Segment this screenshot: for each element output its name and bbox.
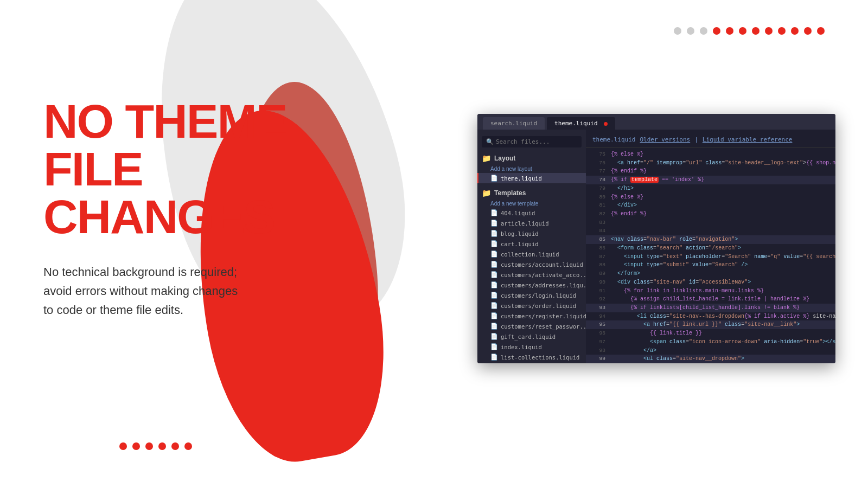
code-line-89: 89 </form> xyxy=(586,269,835,278)
code-line-85: 85 <nav class="nav-bar" role="navigation… xyxy=(586,235,835,244)
code-area: theme.liquid Older versions | Liquid var… xyxy=(586,130,835,363)
bdot-5 xyxy=(171,442,179,450)
dot-3 xyxy=(700,27,707,35)
code-line-82: 82 {% endif %} xyxy=(586,210,835,219)
dot-11 xyxy=(804,27,812,35)
code-line-84: 84 xyxy=(586,227,835,235)
sidebar-section-layout: 📁 Layout Add a new layout 📄 theme.liquid xyxy=(477,152,586,183)
add-template-link[interactable]: Add a new template xyxy=(477,200,586,208)
folder-icon: 📁 xyxy=(482,154,491,163)
code-line-75: 75 {% else %} xyxy=(586,150,835,159)
dot-2 xyxy=(687,27,694,35)
dots-top-right xyxy=(674,27,825,35)
sidebar-file-customers-order[interactable]: 📄customers/order.liquid xyxy=(477,300,586,311)
search-icon: 🔍 xyxy=(486,138,494,145)
sidebar-file-page-contact[interactable]: 📄page.contact.liquid xyxy=(477,362,586,363)
sidebar-file-collection[interactable]: 📄collection.liquid xyxy=(477,249,586,259)
tabs-bar: search.liquid theme.liquid xyxy=(477,114,835,130)
bdot-1 xyxy=(119,442,127,450)
tab-modified-dot xyxy=(604,122,608,126)
search-input[interactable] xyxy=(496,138,577,145)
dot-4 xyxy=(713,27,720,35)
code-line-96: 96 {{ link.title }} xyxy=(586,329,835,338)
folder-icon-2: 📁 xyxy=(482,189,491,197)
layout-section-header[interactable]: 📁 Layout xyxy=(477,152,586,165)
sidebar-file-index[interactable]: 📄index.liquid xyxy=(477,342,586,352)
bdot-4 xyxy=(158,442,166,450)
code-line-86: 86 <form class="search" action="/search"… xyxy=(586,244,835,253)
code-line-77: 77 {% endif %} xyxy=(586,167,835,176)
bdot-3 xyxy=(145,442,153,450)
dot-8 xyxy=(765,27,773,35)
code-line-95: 95 <a href="{{ link.url }}" class="site-… xyxy=(586,320,835,329)
code-line-94: 94 <li class="site-nav--has-dropdown{% i… xyxy=(586,312,835,321)
main-headline: NO THEME FILE CHANGES xyxy=(43,98,358,241)
liquid-variable-reference-link[interactable]: Liquid variable reference xyxy=(703,136,793,143)
editor-main: 🔍 📁 Layout Add a new layout 📄 theme.liqu… xyxy=(477,130,835,363)
sidebar-file-article[interactable]: 📄article.liquid xyxy=(477,218,586,228)
editor-sidebar: 🔍 📁 Layout Add a new layout 📄 theme.liqu… xyxy=(477,130,586,363)
dot-7 xyxy=(752,27,760,35)
headline-line2: FILE CHANGES xyxy=(43,145,358,241)
code-line-91: 91 {% for link in linklists.main-menu.li… xyxy=(586,287,835,296)
code-line-92: 92 {% assign child_list_handle = link.ti… xyxy=(586,295,835,304)
dot-6 xyxy=(739,27,746,35)
code-line-88: 88 <input type="submit" value="Search" /… xyxy=(586,261,835,269)
left-content: NO THEME FILE CHANGES No technical backg… xyxy=(43,98,358,320)
sidebar-file-customers-reset[interactable]: 📄customers/reset_passwor... xyxy=(477,321,586,331)
layout-label: Layout xyxy=(494,155,515,162)
dots-bottom-left xyxy=(119,442,192,450)
dot-5 xyxy=(726,27,733,35)
sidebar-file-customers-activate[interactable]: 📄customers/activate_acco... xyxy=(477,269,586,280)
dot-1 xyxy=(674,27,681,35)
tab-search-liquid[interactable]: search.liquid xyxy=(483,117,545,130)
subtitle-text: No technical background is required; avo… xyxy=(43,262,358,320)
code-line-78: 78 {% if template == 'index' %} xyxy=(586,176,835,184)
sidebar-file-list-collections[interactable]: 📄list-collections.liquid xyxy=(477,352,586,362)
code-line-93: 93 {% if linklists[child_list_handle].li… xyxy=(586,304,835,312)
code-line-79: 79 </h1> xyxy=(586,184,835,193)
code-header: theme.liquid Older versions | Liquid var… xyxy=(586,133,835,148)
templates-section-header[interactable]: 📁 Templates xyxy=(477,187,586,200)
code-line-76: 76 <a href="/" itemprop="url" class="sit… xyxy=(586,159,835,168)
dot-12 xyxy=(817,27,825,35)
editor-panel: search.liquid theme.liquid 🔍 📁 Layout Ad… xyxy=(477,114,835,363)
code-line-80: 80 {% else %} xyxy=(586,193,835,202)
code-line-87: 87 <input type="text" placeholder="Searc… xyxy=(586,253,835,261)
code-line-81: 81 </div> xyxy=(586,201,835,210)
file-icon: 📄 xyxy=(490,175,498,182)
sidebar-file-customers-account[interactable]: 📄customers/account.liquid xyxy=(477,259,586,269)
sidebar-file-theme-liquid[interactable]: 📄 theme.liquid xyxy=(477,173,586,183)
tab-theme-liquid[interactable]: theme.liquid xyxy=(547,117,615,130)
sidebar-file-cart[interactable]: 📄cart.liquid xyxy=(477,239,586,249)
dot-9 xyxy=(778,27,786,35)
sidebar-file-customers-register[interactable]: 📄customers/register.liquid xyxy=(477,311,586,321)
code-line-97: 97 <span class="icon icon-arrow-down" ar… xyxy=(586,338,835,346)
sidebar-section-templates: 📁 Templates Add a new template 📄404.liqu… xyxy=(477,187,586,363)
add-layout-link[interactable]: Add a new layout xyxy=(477,165,586,173)
dot-10 xyxy=(791,27,799,35)
code-filename: theme.liquid xyxy=(592,136,635,143)
bdot-6 xyxy=(184,442,192,450)
sidebar-search[interactable]: 🔍 xyxy=(482,136,582,147)
code-line-99: 99 <ul class="site-nav__dropdown"> xyxy=(586,355,835,363)
sidebar-file-blog[interactable]: 📄blog.liquid xyxy=(477,228,586,239)
code-line-83: 83 xyxy=(586,219,835,227)
code-line-90: 90 <div class="site-nav" id="AccessibleN… xyxy=(586,278,835,287)
bdot-2 xyxy=(132,442,140,450)
code-line-98: 98 </a> xyxy=(586,346,835,355)
older-versions-link[interactable]: Older versions xyxy=(640,136,690,143)
sidebar-file-404[interactable]: 📄404.liquid xyxy=(477,208,586,218)
sidebar-file-customers-login[interactable]: 📄customers/login.liquid xyxy=(477,290,586,300)
sidebar-file-customers-addresses[interactable]: 📄customers/addresses.liqu... xyxy=(477,280,586,290)
headline-line1: NO THEME xyxy=(43,98,358,145)
templates-label: Templates xyxy=(494,189,526,197)
sidebar-file-gift-card[interactable]: 📄gift_card.liquid xyxy=(477,331,586,342)
